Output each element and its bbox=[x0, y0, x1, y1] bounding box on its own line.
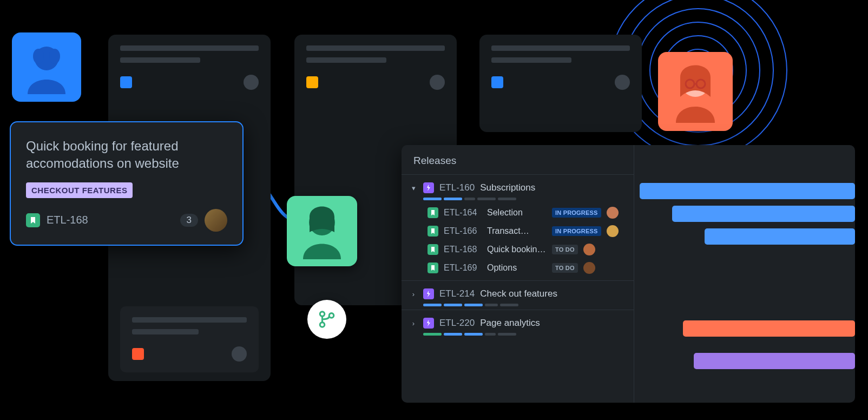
status-badge[interactable]: TO DO bbox=[552, 263, 578, 273]
issue-key[interactable]: ETL-166 bbox=[444, 226, 482, 236]
assignee-placeholder bbox=[244, 75, 259, 90]
issue-title: Transact… bbox=[487, 226, 547, 236]
epic-row[interactable]: ›ETL-214Check out features bbox=[402, 281, 634, 304]
issue-key[interactable]: ETL-168 bbox=[444, 245, 482, 254]
issue-row[interactable]: ETL-168Quick booking…TO DO bbox=[423, 240, 630, 259]
epic-progress-bar bbox=[402, 198, 634, 200]
issue-title: Options bbox=[487, 263, 547, 273]
issue-key[interactable]: ETL-164 bbox=[444, 208, 482, 218]
epic-title: Subscriptions bbox=[480, 182, 535, 193]
assignee-avatar[interactable] bbox=[607, 225, 619, 237]
assignee-placeholder bbox=[232, 346, 247, 362]
subtask-count: 3 bbox=[180, 214, 198, 227]
gantt-bar[interactable] bbox=[683, 320, 855, 337]
epic-title: Page analytics bbox=[480, 318, 540, 329]
assignee-avatar[interactable] bbox=[205, 209, 227, 232]
placeholder-line bbox=[120, 57, 200, 63]
issue-type-icon bbox=[120, 76, 132, 88]
gantt-bar[interactable] bbox=[694, 353, 855, 369]
assignee-avatar[interactable] bbox=[583, 244, 595, 255]
status-badge[interactable]: IN PROGRESS bbox=[552, 226, 601, 236]
releases-heading: Releases bbox=[402, 145, 634, 174]
epic-group: ▾ETL-160SubscriptionsETL-164SelectionIN … bbox=[402, 174, 634, 280]
board-column-3 bbox=[479, 35, 642, 132]
assignee-placeholder bbox=[430, 75, 445, 90]
issue-title: Quick booking for featured accomodations… bbox=[26, 137, 227, 173]
issue-row[interactable]: ETL-166Transact…IN PROGRESS bbox=[423, 222, 630, 240]
issue-type-icon bbox=[306, 76, 318, 88]
epic-key[interactable]: ETL-160 bbox=[439, 182, 475, 193]
epic-icon bbox=[423, 182, 434, 193]
epic-group: ›ETL-214Check out features bbox=[402, 280, 634, 306]
releases-panel: Releases ▾ETL-160SubscriptionsETL-164Sel… bbox=[402, 145, 855, 403]
issue-row[interactable]: ETL-169OptionsTO DO bbox=[423, 259, 630, 277]
placeholder-line bbox=[120, 45, 259, 51]
epic-icon bbox=[423, 288, 434, 299]
issue-key[interactable]: ETL-168 bbox=[47, 214, 88, 226]
issue-row[interactable]: ETL-164SelectionIN PROGRESS bbox=[423, 204, 630, 222]
svg-point-9 bbox=[320, 323, 325, 327]
issue-key[interactable]: ETL-169 bbox=[444, 263, 482, 273]
svg-point-1 bbox=[33, 49, 44, 64]
epic-progress-bar bbox=[402, 333, 634, 336]
epic-key[interactable]: ETL-220 bbox=[439, 318, 475, 329]
assignee-placeholder bbox=[615, 75, 630, 90]
epic-title: Check out features bbox=[480, 288, 557, 299]
featured-issue-card[interactable]: Quick booking for featured accomodations… bbox=[10, 121, 244, 246]
avatar-user-2 bbox=[287, 196, 357, 266]
placeholder-line bbox=[306, 45, 445, 51]
gantt-bar[interactable] bbox=[672, 206, 855, 222]
epic-key[interactable]: ETL-214 bbox=[439, 288, 475, 299]
board-card[interactable] bbox=[120, 306, 259, 372]
story-icon bbox=[26, 213, 40, 227]
issue-type-icon bbox=[491, 76, 503, 88]
svg-point-8 bbox=[320, 312, 325, 317]
svg-point-2 bbox=[49, 49, 60, 64]
story-icon bbox=[428, 207, 438, 218]
placeholder-line bbox=[132, 317, 247, 323]
issue-title: Selection bbox=[487, 208, 547, 218]
assignee-avatar[interactable] bbox=[607, 207, 619, 219]
story-icon bbox=[428, 244, 438, 255]
story-icon bbox=[428, 226, 438, 237]
epic-row[interactable]: ›ETL-220Page analytics bbox=[402, 310, 634, 333]
epic-group: ›ETL-220Page analytics bbox=[402, 310, 634, 336]
placeholder-line bbox=[491, 57, 571, 63]
epic-tag[interactable]: CHECKOUT FEATURES bbox=[26, 182, 133, 198]
gantt-area bbox=[634, 145, 855, 403]
placeholder-line bbox=[132, 329, 199, 334]
epic-progress-bar bbox=[402, 304, 634, 306]
git-branch-icon[interactable] bbox=[307, 300, 346, 339]
status-badge[interactable]: TO DO bbox=[552, 245, 578, 254]
issue-type-icon bbox=[132, 348, 144, 360]
chevron-right-icon[interactable]: › bbox=[409, 290, 418, 298]
epic-row[interactable]: ▾ETL-160Subscriptions bbox=[402, 175, 634, 198]
gantt-bar[interactable] bbox=[705, 228, 855, 245]
story-icon bbox=[428, 262, 438, 273]
status-badge[interactable]: IN PROGRESS bbox=[552, 208, 601, 218]
gantt-bar[interactable] bbox=[640, 183, 855, 199]
placeholder-line bbox=[491, 45, 630, 51]
chevron-right-icon[interactable]: › bbox=[409, 319, 418, 327]
avatar-user-1 bbox=[12, 32, 81, 102]
placeholder-line bbox=[306, 57, 386, 63]
epic-icon bbox=[423, 318, 434, 329]
assignee-avatar[interactable] bbox=[583, 262, 595, 274]
avatar-user-3 bbox=[658, 52, 733, 131]
issue-title: Quick booking… bbox=[487, 245, 547, 254]
chevron-down-icon[interactable]: ▾ bbox=[409, 184, 418, 192]
